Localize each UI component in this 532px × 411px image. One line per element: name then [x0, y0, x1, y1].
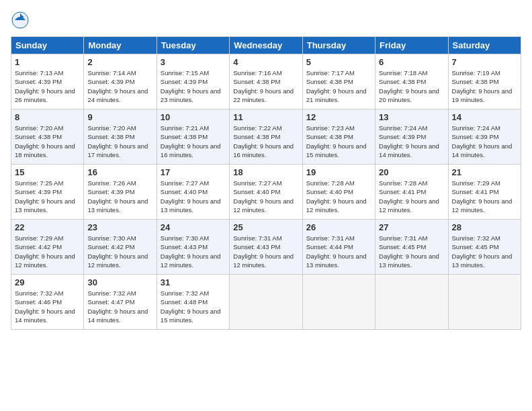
- calendar-week-row: 15Sunrise: 7:25 AMSunset: 4:39 PMDayligh…: [11, 165, 521, 220]
- calendar-week-row: 22Sunrise: 7:29 AMSunset: 4:42 PMDayligh…: [11, 220, 521, 275]
- calendar-cell: 21Sunrise: 7:29 AMSunset: 4:41 PMDayligh…: [448, 165, 521, 220]
- day-number: 31: [161, 277, 226, 287]
- calendar-cell: 30Sunrise: 7:32 AMSunset: 4:47 PMDayligh…: [84, 275, 157, 330]
- calendar-week-row: 1Sunrise: 7:13 AMSunset: 4:39 PMDaylight…: [11, 54, 521, 109]
- day-header: Thursday: [302, 37, 375, 54]
- cell-text: Sunrise: 7:22 AMSunset: 4:38 PMDaylight:…: [233, 124, 298, 159]
- day-number: 14: [452, 112, 517, 122]
- logo-icon: [11, 11, 30, 30]
- cell-text: Sunrise: 7:32 AMSunset: 4:47 PMDaylight:…: [87, 289, 152, 324]
- day-number: 20: [379, 167, 444, 177]
- calendar-cell: 7Sunrise: 7:19 AMSunset: 4:38 PMDaylight…: [448, 54, 521, 109]
- cell-text: Sunrise: 7:18 AMSunset: 4:38 PMDaylight:…: [379, 68, 444, 104]
- day-number: 22: [15, 222, 80, 232]
- cell-text: Sunrise: 7:23 AMSunset: 4:38 PMDaylight:…: [306, 124, 371, 159]
- cell-text: Sunrise: 7:29 AMSunset: 4:42 PMDaylight:…: [15, 234, 80, 269]
- cell-text: Sunrise: 7:15 AMSunset: 4:39 PMDaylight:…: [161, 68, 226, 104]
- day-number: 8: [15, 112, 80, 122]
- day-number: 17: [161, 167, 226, 177]
- day-number: 19: [306, 167, 371, 177]
- day-number: 24: [161, 222, 226, 232]
- calendar-cell: 11Sunrise: 7:22 AMSunset: 4:38 PMDayligh…: [230, 109, 302, 165]
- cell-text: Sunrise: 7:14 AMSunset: 4:39 PMDaylight:…: [87, 68, 152, 104]
- calendar-week-row: 29Sunrise: 7:32 AMSunset: 4:46 PMDayligh…: [11, 275, 521, 330]
- header: [11, 11, 521, 30]
- cell-text: Sunrise: 7:24 AMSunset: 4:39 PMDaylight:…: [452, 124, 517, 159]
- day-number: 15: [15, 167, 80, 177]
- calendar-cell: 5Sunrise: 7:17 AMSunset: 4:38 PMDaylight…: [302, 54, 375, 109]
- cell-text: Sunrise: 7:32 AMSunset: 4:46 PMDaylight:…: [15, 289, 80, 324]
- cell-text: Sunrise: 7:28 AMSunset: 4:41 PMDaylight:…: [379, 179, 444, 214]
- day-number: 10: [161, 112, 226, 122]
- calendar-cell: 1Sunrise: 7:13 AMSunset: 4:39 PMDaylight…: [11, 54, 84, 109]
- cell-text: Sunrise: 7:27 AMSunset: 4:40 PMDaylight:…: [161, 179, 226, 214]
- cell-text: Sunrise: 7:25 AMSunset: 4:39 PMDaylight:…: [15, 179, 80, 214]
- calendar-cell: 13Sunrise: 7:24 AMSunset: 4:39 PMDayligh…: [375, 109, 448, 165]
- calendar-cell: 8Sunrise: 7:20 AMSunset: 4:38 PMDaylight…: [11, 109, 84, 165]
- day-header: Tuesday: [157, 37, 229, 54]
- calendar-cell: 9Sunrise: 7:20 AMSunset: 4:38 PMDaylight…: [84, 109, 157, 165]
- day-number: 9: [87, 112, 152, 122]
- calendar-cell: 6Sunrise: 7:18 AMSunset: 4:38 PMDaylight…: [375, 54, 448, 109]
- day-header: Monday: [84, 37, 157, 54]
- calendar-cell: 31Sunrise: 7:32 AMSunset: 4:48 PMDayligh…: [157, 275, 229, 330]
- day-number: 29: [15, 277, 80, 287]
- cell-text: Sunrise: 7:19 AMSunset: 4:38 PMDaylight:…: [452, 68, 517, 104]
- day-number: 30: [87, 277, 152, 287]
- calendar-cell: 19Sunrise: 7:28 AMSunset: 4:40 PMDayligh…: [302, 165, 375, 220]
- day-number: 12: [306, 112, 371, 122]
- day-number: 28: [452, 222, 517, 232]
- calendar-table: SundayMondayTuesdayWednesdayThursdayFrid…: [11, 36, 521, 330]
- calendar-cell: 16Sunrise: 7:26 AMSunset: 4:39 PMDayligh…: [84, 165, 157, 220]
- calendar-cell: 18Sunrise: 7:27 AMSunset: 4:40 PMDayligh…: [230, 165, 302, 220]
- cell-text: Sunrise: 7:31 AMSunset: 4:45 PMDaylight:…: [379, 234, 444, 269]
- calendar-cell: 12Sunrise: 7:23 AMSunset: 4:38 PMDayligh…: [302, 109, 375, 165]
- cell-text: Sunrise: 7:32 AMSunset: 4:48 PMDaylight:…: [161, 289, 226, 324]
- cell-text: Sunrise: 7:28 AMSunset: 4:40 PMDaylight:…: [306, 179, 371, 214]
- calendar-cell: 28Sunrise: 7:32 AMSunset: 4:45 PMDayligh…: [448, 220, 521, 275]
- cell-text: Sunrise: 7:13 AMSunset: 4:39 PMDaylight:…: [15, 68, 80, 104]
- cell-text: Sunrise: 7:21 AMSunset: 4:38 PMDaylight:…: [161, 124, 226, 159]
- day-header: Friday: [375, 37, 448, 54]
- calendar-cell: 25Sunrise: 7:31 AMSunset: 4:43 PMDayligh…: [230, 220, 302, 275]
- calendar-cell: 3Sunrise: 7:15 AMSunset: 4:39 PMDaylight…: [157, 54, 229, 109]
- cell-text: Sunrise: 7:31 AMSunset: 4:43 PMDaylight:…: [233, 234, 298, 269]
- day-number: 27: [379, 222, 444, 232]
- day-number: 11: [233, 112, 298, 122]
- calendar-cell: 2Sunrise: 7:14 AMSunset: 4:39 PMDaylight…: [84, 54, 157, 109]
- cell-text: Sunrise: 7:24 AMSunset: 4:39 PMDaylight:…: [379, 124, 444, 159]
- day-number: 16: [87, 167, 152, 177]
- calendar-cell: [302, 275, 375, 330]
- cell-text: Sunrise: 7:26 AMSunset: 4:39 PMDaylight:…: [87, 179, 152, 214]
- calendar-cell: 24Sunrise: 7:30 AMSunset: 4:43 PMDayligh…: [157, 220, 229, 275]
- calendar-cell: 17Sunrise: 7:27 AMSunset: 4:40 PMDayligh…: [157, 165, 229, 220]
- cell-text: Sunrise: 7:27 AMSunset: 4:40 PMDaylight:…: [233, 179, 298, 214]
- day-number: 23: [87, 222, 152, 232]
- cell-text: Sunrise: 7:20 AMSunset: 4:38 PMDaylight:…: [15, 124, 80, 159]
- day-number: 13: [379, 112, 444, 122]
- calendar-header-row: SundayMondayTuesdayWednesdayThursdayFrid…: [11, 37, 521, 54]
- day-number: 7: [452, 57, 517, 67]
- calendar-cell: 27Sunrise: 7:31 AMSunset: 4:45 PMDayligh…: [375, 220, 448, 275]
- calendar-cell: 26Sunrise: 7:31 AMSunset: 4:44 PMDayligh…: [302, 220, 375, 275]
- calendar-cell: 22Sunrise: 7:29 AMSunset: 4:42 PMDayligh…: [11, 220, 84, 275]
- calendar-cell: 4Sunrise: 7:16 AMSunset: 4:38 PMDaylight…: [230, 54, 302, 109]
- cell-text: Sunrise: 7:30 AMSunset: 4:43 PMDaylight:…: [161, 234, 226, 269]
- day-header: Wednesday: [230, 37, 302, 54]
- day-number: 25: [233, 222, 298, 232]
- day-number: 6: [379, 57, 444, 67]
- calendar-cell: 23Sunrise: 7:30 AMSunset: 4:42 PMDayligh…: [84, 220, 157, 275]
- cell-text: Sunrise: 7:16 AMSunset: 4:38 PMDaylight:…: [233, 68, 298, 104]
- cell-text: Sunrise: 7:32 AMSunset: 4:45 PMDaylight:…: [452, 234, 517, 269]
- calendar-cell: 29Sunrise: 7:32 AMSunset: 4:46 PMDayligh…: [11, 275, 84, 330]
- day-header: Saturday: [448, 37, 521, 54]
- day-number: 21: [452, 167, 517, 177]
- day-number: 18: [233, 167, 298, 177]
- calendar-cell: 14Sunrise: 7:24 AMSunset: 4:39 PMDayligh…: [448, 109, 521, 165]
- day-number: 3: [161, 57, 226, 67]
- day-number: 2: [87, 57, 152, 67]
- cell-text: Sunrise: 7:20 AMSunset: 4:38 PMDaylight:…: [87, 124, 152, 159]
- cell-text: Sunrise: 7:17 AMSunset: 4:38 PMDaylight:…: [306, 68, 371, 104]
- cell-text: Sunrise: 7:31 AMSunset: 4:44 PMDaylight:…: [306, 234, 371, 269]
- calendar-cell: [230, 275, 302, 330]
